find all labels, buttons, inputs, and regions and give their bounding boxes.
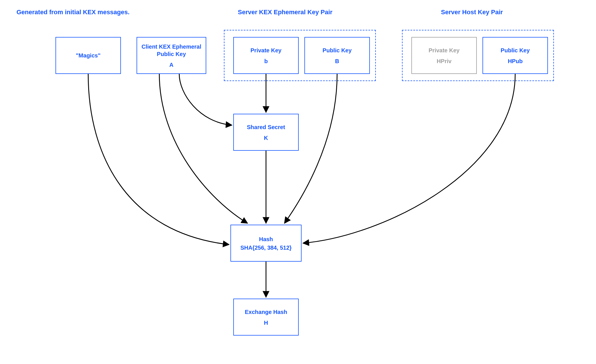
box-hash: Hash SHA{256, 384, 512}: [230, 225, 302, 262]
heading-server-host: Server Host Key Pair: [441, 9, 503, 16]
label-privb-sub: b: [264, 58, 268, 65]
label-clientkex-title: Client KEX Ephemeral Public Key: [139, 43, 203, 58]
box-client-kex: Client KEX Ephemeral Public Key A: [137, 37, 206, 74]
label-clientkex-sub: A: [169, 62, 173, 68]
label-hpub-title: Public Key: [501, 47, 530, 54]
box-exchange-hash: Exchange Hash H: [233, 299, 299, 336]
box-shared-secret: Shared Secret K: [233, 114, 299, 151]
label-hpub-sub: HPub: [508, 58, 523, 65]
label-shared-title: Shared Secret: [247, 123, 285, 131]
box-magics: "Magics": [55, 37, 121, 74]
label-privb-title: Private Key: [251, 47, 282, 54]
label-hpriv-sub: HPriv: [437, 58, 451, 65]
box-hpriv: Private Key HPriv: [411, 37, 477, 74]
label-exch-sub: H: [264, 320, 268, 326]
label-magics-title: "Magics": [76, 52, 101, 59]
arrow-clientkex-to-shared: [179, 74, 232, 125]
label-hpriv-title: Private Key: [429, 47, 460, 54]
arrow-magics-to-hash: [88, 74, 229, 245]
heading-server-kex: Server KEX Ephemeral Key Pair: [238, 9, 333, 16]
box-hpub: Public Key HPub: [482, 37, 548, 74]
arrow-hpub-to-hash: [303, 74, 515, 243]
label-exch-title: Exchange Hash: [245, 308, 287, 316]
label-pubb-title: Public Key: [323, 47, 352, 54]
label-pubb-sub: B: [335, 58, 339, 65]
box-public-b: Public Key B: [304, 37, 370, 74]
label-hash-title: Hash: [259, 235, 273, 243]
heading-generated: Generated from initial KEX messages.: [17, 9, 129, 16]
label-hash-sub: SHA{256, 384, 512}: [240, 245, 292, 251]
box-private-b: Private Key b: [233, 37, 299, 74]
label-shared-sub: K: [264, 135, 268, 141]
